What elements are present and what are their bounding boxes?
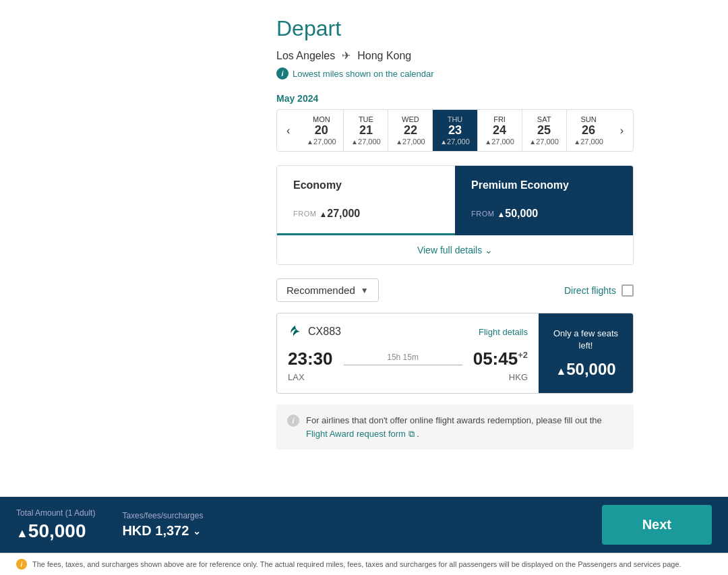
taxes-amount: HKD 1,372 ⌄	[122, 523, 203, 539]
direct-flights-text: Direct flights	[564, 285, 616, 296]
direct-flights-checkbox[interactable]	[621, 284, 634, 297]
cabin-container: Economy FROM ▲27,000 Premium Economy FRO…	[276, 165, 634, 265]
economy-tab[interactable]: Economy FROM ▲27,000	[277, 166, 455, 235]
airline-logo	[288, 324, 303, 339]
sort-dropdown-arrow-icon: ▼	[361, 286, 369, 295]
lowest-miles-text: Lowest miles shown on the calendar	[293, 69, 434, 79]
flight-duration: 15h 15m	[387, 353, 419, 362]
flight-card: CX883 Flight details 23:30 15h 15m 05:45…	[276, 313, 634, 394]
bottom-bar-main: Total Amount (1 Adult) ▲50,000 Taxes/fee…	[0, 497, 728, 553]
month-label: May 2024	[276, 93, 634, 104]
filter-row: Recommended ▼ Direct flights	[276, 278, 634, 302]
disclaimer-icon: i	[16, 559, 27, 570]
route-arrow-icon: ✈	[342, 49, 351, 62]
arrive-time: 05:45+2	[473, 349, 528, 369]
info-note-text: For airlines that don't offer online fli…	[306, 414, 623, 440]
destination-label: Hong Kong	[357, 50, 411, 62]
next-week-button[interactable]: ›	[611, 118, 633, 144]
premium-economy-tab-name: Premium Economy	[471, 179, 617, 191]
taxes-section: Taxes/fees/surcharges HKD 1,372 ⌄	[122, 511, 203, 539]
next-button[interactable]: Next	[602, 505, 712, 545]
calendar-day-20[interactable]: MON 20 ▲27,000	[299, 110, 343, 151]
calendar-day-25[interactable]: SAT 25 ▲27,000	[522, 110, 566, 151]
info-note-icon: i	[287, 415, 299, 427]
economy-from-label: FROM	[293, 210, 316, 218]
calendar-info-row: i Lowest miles shown on the calendar	[276, 67, 634, 80]
calendar-nav: ‹ MON 20 ▲27,000 TUE 21 ▲27,000 WED 22 ▲…	[276, 109, 634, 152]
view-full-details-link[interactable]: View full details ⌄	[417, 245, 493, 255]
award-request-link[interactable]: Flight Award request form ⧉	[306, 429, 417, 439]
seats-left-badge: Only a few seats left!	[549, 328, 622, 352]
flight-number-row: CX883	[288, 324, 341, 339]
info-note: i For airlines that don't offer online f…	[276, 404, 634, 450]
disclaimer-text: The fees, taxes, and surcharges shown ab…	[32, 560, 681, 568]
total-amount-section: Total Amount (1 Adult) ▲50,000	[16, 508, 95, 542]
page-title: Depart	[276, 16, 634, 41]
info-icon: i	[276, 67, 289, 80]
calendar-day-21[interactable]: TUE 21 ▲27,000	[343, 110, 388, 151]
flight-times: 23:30 15h 15m 05:45+2	[288, 349, 528, 369]
economy-price: ▲27,000	[319, 208, 360, 220]
calendar-day-22[interactable]: WED 22 ▲27,000	[388, 110, 432, 151]
sort-label: Recommended	[286, 284, 355, 296]
total-label: Total Amount (1 Adult)	[16, 508, 95, 518]
premium-economy-tab[interactable]: Premium Economy FROM ▲50,000	[455, 166, 633, 235]
prev-week-button[interactable]: ‹	[277, 118, 299, 144]
route-row: Los Angeles ✈ Hong Kong	[276, 49, 634, 62]
cabin-tabs: Economy FROM ▲27,000 Premium Economy FRO…	[277, 166, 633, 235]
flight-number: CX883	[308, 326, 341, 338]
taxes-label: Taxes/fees/surcharges	[122, 511, 203, 520]
bottom-bar: Total Amount (1 Adult) ▲50,000 Taxes/fee…	[0, 497, 728, 575]
arrive-airport: HKG	[509, 372, 528, 382]
calendar-day-23[interactable]: THU 23 ▲27,000	[432, 110, 477, 151]
premium-economy-price: ▲50,000	[497, 208, 538, 220]
total-miles: ▲50,000	[16, 520, 95, 542]
calendar-days: MON 20 ▲27,000 TUE 21 ▲27,000 WED 22 ▲27…	[299, 110, 610, 151]
disclaimer-bar: i The fees, taxes, and surcharges shown …	[0, 553, 728, 575]
flight-main: CX883 Flight details 23:30 15h 15m 05:45…	[277, 313, 539, 393]
economy-tab-name: Economy	[293, 179, 439, 191]
premium-economy-from-label: FROM	[471, 210, 494, 218]
view-details-row: View full details ⌄	[277, 235, 633, 264]
flight-price-side: Only a few seats left! ▲50,000	[539, 313, 633, 393]
flight-details-link[interactable]: Flight details	[479, 327, 528, 337]
taxes-caret-icon[interactable]: ⌄	[193, 526, 201, 537]
origin-label: Los Angeles	[276, 50, 335, 62]
flight-header: CX883 Flight details	[288, 324, 528, 339]
airport-row: LAX HKG	[288, 372, 528, 382]
calendar-day-24[interactable]: FRI 24 ▲27,000	[477, 110, 522, 151]
calendar-day-26[interactable]: SUN 26 ▲27,000	[566, 110, 611, 151]
direct-flights-filter[interactable]: Direct flights	[564, 284, 634, 297]
sort-dropdown[interactable]: Recommended ▼	[276, 278, 379, 302]
depart-airport: LAX	[288, 372, 305, 382]
depart-time: 23:30	[288, 349, 333, 369]
flight-price: ▲50,000	[555, 360, 615, 379]
flight-line-bar	[344, 365, 462, 365]
